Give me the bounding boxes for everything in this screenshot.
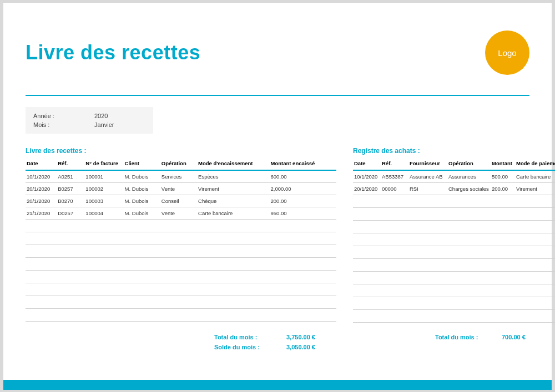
table-cell: D0257 — [57, 207, 84, 220]
total-row: Total du mois : 700.00 € — [353, 334, 529, 340]
table-cell — [84, 232, 123, 245]
table-row: 20/1/2020B0270100003M. DuboisConseilChèq… — [26, 195, 336, 207]
table-cell — [84, 245, 123, 258]
column-header: Client — [124, 158, 160, 170]
table-cell — [447, 310, 491, 323]
table-row — [353, 208, 555, 221]
table-cell — [160, 245, 197, 258]
table-cell: M. Dubois — [124, 195, 160, 207]
table-cell — [160, 258, 197, 271]
column-header: N° de facture — [84, 158, 123, 170]
column-header: Mode de paiement — [515, 158, 555, 170]
table-cell — [408, 246, 447, 259]
balance-label: Solde du mois : — [214, 344, 286, 350]
table-cell: 00000 — [381, 183, 408, 195]
table-cell — [447, 246, 491, 259]
table-cell — [353, 310, 381, 323]
table-cell — [160, 220, 197, 232]
table-cell — [515, 284, 555, 297]
table-cell: 10/1/2020 — [26, 170, 57, 183]
table-cell: Assurances — [447, 170, 491, 183]
table-row — [353, 195, 555, 208]
table-cell — [26, 309, 57, 322]
table-cell — [57, 296, 84, 309]
table-cell: Carte bancaire — [515, 170, 555, 183]
total-row: Total du mois : 3,750.00 € — [26, 334, 336, 340]
table-cell — [447, 284, 491, 297]
table-cell: 100004 — [84, 207, 123, 220]
table-cell — [447, 259, 491, 272]
table-cell — [160, 271, 197, 283]
table-cell — [353, 259, 381, 272]
recettes-totals: Total du mois : 3,750.00 € Solde du mois… — [26, 334, 336, 350]
table-cell — [160, 283, 197, 296]
table-row — [353, 246, 555, 259]
table-cell — [26, 258, 57, 271]
column-header: Date — [26, 158, 57, 170]
table-row — [26, 283, 336, 296]
table-row: 10/1/2020AB53387Assurance ABAssurances50… — [353, 170, 555, 183]
table-row: 21/1/2020D0257100004M. DuboisVenteCarte … — [26, 207, 336, 220]
table-row — [353, 297, 555, 310]
table-cell — [26, 232, 57, 245]
achats-column: Registre des achats : DateRéf.Fournisseu… — [353, 147, 555, 323]
table-cell — [515, 310, 555, 323]
table-cell: 100002 — [84, 183, 123, 195]
table-cell — [57, 245, 84, 258]
table-cell — [197, 283, 269, 296]
table-cell: Virement — [197, 183, 269, 195]
table-cell — [353, 272, 381, 284]
table-cell — [84, 220, 123, 232]
table-cell — [57, 258, 84, 271]
table-cell — [26, 296, 57, 309]
table-cell — [353, 284, 381, 297]
table-cell — [491, 284, 515, 297]
table-cell — [491, 272, 515, 284]
table-row — [353, 284, 555, 297]
table-cell: 20/1/2020 — [26, 183, 57, 195]
table-cell — [447, 208, 491, 221]
meta-box: Année : 2020 Mois : Janvier — [26, 107, 153, 134]
table-cell — [491, 310, 515, 323]
table-cell: Vente — [160, 207, 197, 220]
table-row — [26, 296, 336, 309]
table-cell: RSI — [408, 183, 447, 195]
table-cell — [491, 259, 515, 272]
table-row — [353, 272, 555, 284]
table-cell — [57, 309, 84, 322]
table-cell: 20/1/2020 — [26, 195, 57, 207]
content-columns: Livre des recettes : DateRéf.N° de factu… — [26, 147, 529, 323]
table-cell — [408, 284, 447, 297]
table-row — [26, 232, 336, 245]
table-cell — [515, 195, 555, 208]
table-cell — [160, 309, 197, 322]
table-row — [26, 309, 336, 322]
table-cell — [124, 220, 160, 232]
year-label: Année : — [33, 113, 94, 119]
page-title: Livre des recettes — [26, 41, 200, 64]
table-cell: 200.00 — [270, 195, 336, 207]
month-label: Mois : — [33, 121, 94, 128]
table-cell — [381, 221, 408, 233]
table-cell — [515, 246, 555, 259]
table-row — [353, 310, 555, 323]
table-cell — [381, 297, 408, 310]
table-cell: 600.00 — [270, 170, 336, 183]
table-cell: 500.00 — [491, 170, 515, 183]
total-label: Total du mois : — [435, 334, 502, 340]
table-cell — [124, 309, 160, 322]
column-header: Réf. — [57, 158, 84, 170]
recettes-title: Livre des recettes : — [26, 147, 336, 155]
table-cell: Carte bancaire — [197, 207, 269, 220]
table-cell: M. Dubois — [124, 183, 160, 195]
table-row — [353, 221, 555, 233]
table-cell — [408, 233, 447, 246]
table-cell — [381, 259, 408, 272]
table-cell — [197, 309, 269, 322]
table-cell — [515, 221, 555, 233]
table-cell — [408, 272, 447, 284]
column-header: Réf. — [381, 158, 408, 170]
table-cell — [515, 233, 555, 246]
table-cell: 950.00 — [270, 207, 336, 220]
divider — [26, 95, 529, 96]
